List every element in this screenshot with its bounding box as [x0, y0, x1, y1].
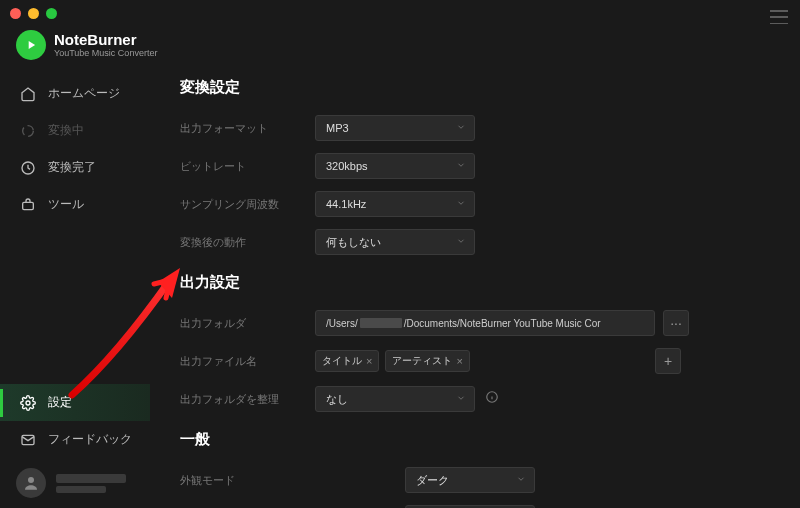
sidebar-item-label: 変換中 — [48, 122, 84, 139]
settings-panel: 変換設定 出力フォーマット MP3 ビットレート 320kbps サンプリング周… — [160, 60, 792, 508]
sidebar-item-label: ツール — [48, 196, 84, 213]
svg-rect-2 — [23, 202, 34, 209]
section-title-output: 出力設定 — [180, 273, 772, 292]
select-value: 44.1kHz — [326, 198, 366, 210]
label-sample-rate: サンプリング周波数 — [180, 197, 315, 212]
select-organize-folder[interactable]: なし — [315, 386, 475, 412]
section-title-convert: 変換設定 — [180, 78, 772, 97]
section-title-general: 一般 — [180, 430, 772, 449]
svg-point-0 — [23, 125, 34, 136]
clock-icon — [20, 160, 36, 176]
label-output-filename: 出力ファイル名 — [180, 354, 315, 369]
sidebar-item-label: 変換完了 — [48, 159, 96, 176]
label-appearance: 外観モード — [180, 473, 405, 488]
svg-point-3 — [26, 401, 30, 405]
chevron-down-icon — [456, 122, 466, 134]
chevron-down-icon — [456, 198, 466, 210]
sidebar-bottom: 設定 フィードバック — [0, 384, 150, 508]
sidebar-item-home[interactable]: ホームページ — [0, 75, 150, 112]
tag-title[interactable]: タイトル × — [315, 350, 379, 372]
select-sample-rate[interactable]: 44.1kHz — [315, 191, 475, 217]
gear-icon — [20, 395, 36, 411]
select-appearance[interactable]: ダーク — [405, 467, 535, 493]
sidebar-item-settings[interactable]: 設定 — [0, 384, 150, 421]
chevron-down-icon — [456, 160, 466, 172]
select-output-format[interactable]: MP3 — [315, 115, 475, 141]
obscured-username — [360, 318, 402, 328]
account-row[interactable] — [0, 458, 150, 508]
app-name: NoteBurner — [54, 32, 157, 49]
label-organize-folder: 出力フォルダを整理 — [180, 392, 315, 407]
browse-folder-button[interactable]: ··· — [663, 310, 689, 336]
maximize-window-button[interactable] — [46, 8, 57, 19]
home-icon — [20, 86, 36, 102]
select-value: MP3 — [326, 122, 349, 134]
account-placeholder — [56, 474, 126, 493]
remove-tag-icon[interactable]: × — [456, 355, 462, 367]
add-tag-button[interactable]: + — [655, 348, 681, 374]
select-value: なし — [326, 392, 348, 407]
app-logo: NoteBurner YouTube Music Converter — [16, 30, 157, 60]
label-bitrate: ビットレート — [180, 159, 315, 174]
logo-play-icon — [16, 30, 46, 60]
sidebar-item-label: フィードバック — [48, 431, 132, 448]
close-window-button[interactable] — [10, 8, 21, 19]
spinner-icon — [20, 123, 36, 139]
label-output-format: 出力フォーマット — [180, 121, 315, 136]
select-value: 320kbps — [326, 160, 368, 172]
minimize-window-button[interactable] — [28, 8, 39, 19]
avatar-icon — [16, 468, 46, 498]
select-after-convert[interactable]: 何もしない — [315, 229, 475, 255]
sidebar-item-converted[interactable]: 変換完了 — [0, 149, 150, 186]
sidebar-item-label: ホームページ — [48, 85, 120, 102]
toolbox-icon — [20, 197, 36, 213]
label-output-folder: 出力フォルダ — [180, 316, 315, 331]
svg-point-5 — [28, 477, 34, 483]
sidebar-item-label: 設定 — [48, 394, 72, 411]
mail-icon — [20, 432, 36, 448]
chevron-down-icon — [456, 236, 466, 248]
select-bitrate[interactable]: 320kbps — [315, 153, 475, 179]
app-subtitle: YouTube Music Converter — [54, 48, 157, 58]
window-traffic-lights — [0, 6, 57, 21]
tag-artist[interactable]: アーティスト × — [385, 350, 469, 372]
sidebar-item-feedback[interactable]: フィードバック — [0, 421, 150, 458]
remove-tag-icon[interactable]: × — [366, 355, 372, 367]
select-value: ダーク — [416, 473, 449, 488]
sidebar-item-tools[interactable]: ツール — [0, 186, 150, 223]
menu-icon[interactable] — [770, 10, 788, 24]
chevron-down-icon — [456, 393, 466, 405]
label-after-convert: 変換後の動作 — [180, 235, 315, 250]
output-folder-path[interactable]: /Users//Documents/NoteBurner YouTube Mus… — [315, 310, 655, 336]
info-icon[interactable] — [485, 390, 499, 408]
chevron-down-icon — [516, 474, 526, 486]
select-value: 何もしない — [326, 235, 381, 250]
sidebar-item-converting[interactable]: 変換中 — [0, 112, 150, 149]
filename-tags: タイトル × アーティスト × — [315, 348, 515, 374]
